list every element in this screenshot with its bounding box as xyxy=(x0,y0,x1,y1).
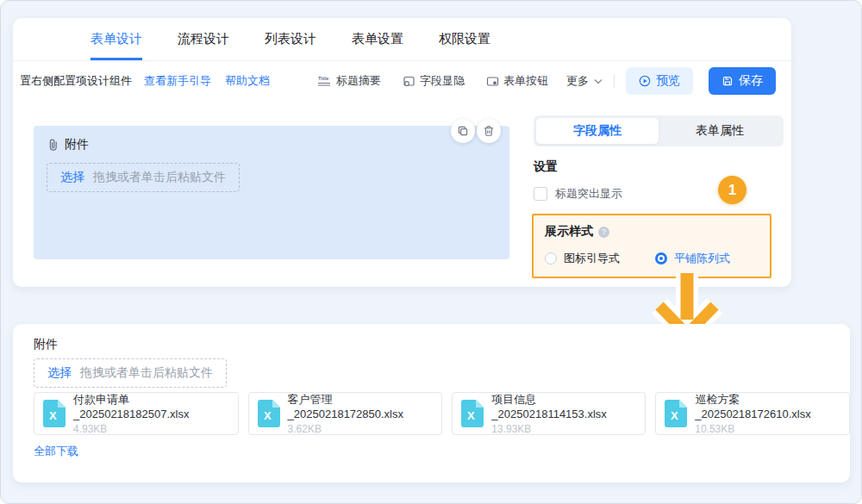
excel-file-icon: X xyxy=(43,400,66,427)
svg-text:Title: Title xyxy=(318,76,329,81)
save-button[interactable]: 保存 xyxy=(709,67,776,95)
field-visibility-label: 字段显隐 xyxy=(420,73,465,89)
delete-field-button[interactable] xyxy=(477,119,501,143)
preview-label: 预览 xyxy=(656,73,680,89)
designer-panel: 表单设计 流程设计 列表设计 表单设置 权限设置 置右侧配置项设计组件 查看新手… xyxy=(13,18,791,287)
radio-selected-icon xyxy=(655,252,667,264)
toolbar-hint-text: 置右侧配置项设计组件 xyxy=(20,73,132,89)
field-visibility-icon xyxy=(403,75,415,88)
file-size: 10.53KB xyxy=(695,423,838,435)
file-card[interactable]: X 客户管理_20250218172850.xlsx 3.62KB xyxy=(248,392,443,435)
duplicate-field-button[interactable] xyxy=(451,119,475,143)
result-drop-hint: 拖拽或者单击后粘贴文件 xyxy=(80,365,213,381)
play-circle-icon xyxy=(639,75,651,87)
tab-flow-design[interactable]: 流程设计 xyxy=(178,18,229,60)
file-name: 客户管理_20250218172850.xlsx xyxy=(288,392,431,420)
beginner-guide-link[interactable]: 查看新手引导 xyxy=(144,73,211,89)
tab-form-design[interactable]: 表单设计 xyxy=(91,18,142,60)
select-label: 选择 xyxy=(60,170,84,185)
title-summary-icon: Title xyxy=(318,75,332,87)
excel-file-icon: X xyxy=(258,400,280,427)
title-summary-label: 标题摘要 xyxy=(336,73,381,89)
preview-button[interactable]: 预览 xyxy=(626,67,693,95)
svg-text:X: X xyxy=(671,409,678,422)
title-summary-tool[interactable]: Title 标题摘要 xyxy=(318,73,381,89)
floppy-disk-icon xyxy=(721,75,734,87)
svg-text:X: X xyxy=(467,409,475,422)
radio-tiled-display-label: 平铺陈列式 xyxy=(674,251,730,266)
help-doc-link[interactable]: 帮助文档 xyxy=(225,73,270,89)
excel-file-icon: X xyxy=(461,400,484,427)
checkbox-unchecked-icon xyxy=(534,187,547,201)
form-button-tool[interactable]: 表单按钮 xyxy=(486,73,548,89)
field-visibility-tool[interactable]: 字段显隐 xyxy=(403,73,465,89)
tab-list-design[interactable]: 列表设计 xyxy=(265,18,316,60)
checkbox-title-highlight-label: 标题突出显示 xyxy=(555,186,622,202)
radio-icon-guided[interactable]: 图标引导式 xyxy=(545,251,655,266)
result-preview-panel: 附件 选择 拖拽或者单击后粘贴文件 X 付款申请单_20250218182507… xyxy=(13,324,850,482)
radio-unselected-icon xyxy=(545,252,557,264)
file-name: 项目信息_20250218114153.xlsx xyxy=(491,392,634,420)
help-icon[interactable]: ? xyxy=(598,227,609,238)
toolbar: 置右侧配置项设计组件 查看新手引导 帮助文档 Title 标题摘要 xyxy=(13,61,791,101)
radio-icon-guided-label: 图标引导式 xyxy=(564,251,620,266)
form-button-icon xyxy=(486,75,499,88)
copy-icon xyxy=(457,125,469,137)
toolbar-divider xyxy=(614,74,615,88)
tab-permission-settings[interactable]: 权限设置 xyxy=(439,18,490,60)
svg-text:X: X xyxy=(49,409,57,422)
file-size: 4.93KB xyxy=(73,423,227,435)
form-button-label: 表单按钮 xyxy=(503,73,548,89)
tab-field-properties[interactable]: 字段属性 xyxy=(536,118,659,144)
file-size: 3.62KB xyxy=(288,423,431,435)
drop-hint: 拖拽或者单击后粘贴文件 xyxy=(93,170,226,185)
settings-section-title: 设置 xyxy=(534,159,784,175)
result-upload-button[interactable]: 选择 拖拽或者单击后粘贴文件 xyxy=(34,358,227,388)
properties-panel: 字段属性 表单属性 设置 标题突出显示 允许拖拽上传 1 展示样式 ? xyxy=(534,115,784,228)
svg-text:X: X xyxy=(264,409,272,422)
save-label: 保存 xyxy=(739,73,763,89)
trash-icon xyxy=(483,125,495,137)
tab-form-properties[interactable]: 表单属性 xyxy=(659,118,781,144)
toolbar-tools: Title 标题摘要 字段显隐 xyxy=(318,73,570,89)
tab-form-settings[interactable]: 表单设置 xyxy=(352,18,403,60)
file-card[interactable]: X 巡检方案_20250218172610.xlsx 10.53KB xyxy=(655,392,850,435)
app-window: 表单设计 流程设计 列表设计 表单设置 权限设置 置右侧配置项设计组件 查看新手… xyxy=(0,0,862,504)
field-label: 附件 xyxy=(65,137,89,152)
radio-tiled-display[interactable]: 平铺陈列式 xyxy=(655,251,730,266)
result-select-label: 选择 xyxy=(47,365,72,381)
download-all-link[interactable]: 全部下载 xyxy=(34,444,78,459)
uploaded-files-list: X 付款申请单_20250218182507.xlsx 4.93KB X xyxy=(34,392,850,435)
result-field-label: 附件 xyxy=(34,337,58,352)
excel-file-icon: X xyxy=(665,400,687,427)
file-card[interactable]: X 付款申请单_20250218182507.xlsx 4.93KB xyxy=(34,392,239,435)
file-name: 付款申请单_20250218182507.xlsx xyxy=(73,392,227,420)
file-card[interactable]: X 项目信息_20250218114153.xlsx 13.93KB xyxy=(452,392,646,435)
annotation-step-badge: 1 xyxy=(718,176,746,204)
more-menu-label: 更多 xyxy=(566,73,589,89)
more-menu-button[interactable]: 更多 xyxy=(566,73,603,89)
attachment-field-card[interactable]: 附件 选择 拖拽或者单击后粘贴文件 xyxy=(34,126,509,259)
field-label-row: 附件 xyxy=(34,126,509,152)
paperclip-icon xyxy=(47,138,59,152)
file-size: 13.93KB xyxy=(491,423,634,435)
annotation-highlight-box: 展示样式 ? 图标引导式 平铺陈列式 xyxy=(532,214,771,278)
properties-tab-bar: 字段属性 表单属性 xyxy=(534,115,784,146)
chevron-down-icon xyxy=(594,78,603,84)
main-tab-bar: 表单设计 流程设计 列表设计 表单设置 权限设置 xyxy=(13,18,791,61)
file-name: 巡检方案_20250218172610.xlsx xyxy=(695,392,838,420)
display-style-title: 展示样式 xyxy=(545,224,593,240)
field-upload-button[interactable]: 选择 拖拽或者单击后粘贴文件 xyxy=(47,163,240,192)
